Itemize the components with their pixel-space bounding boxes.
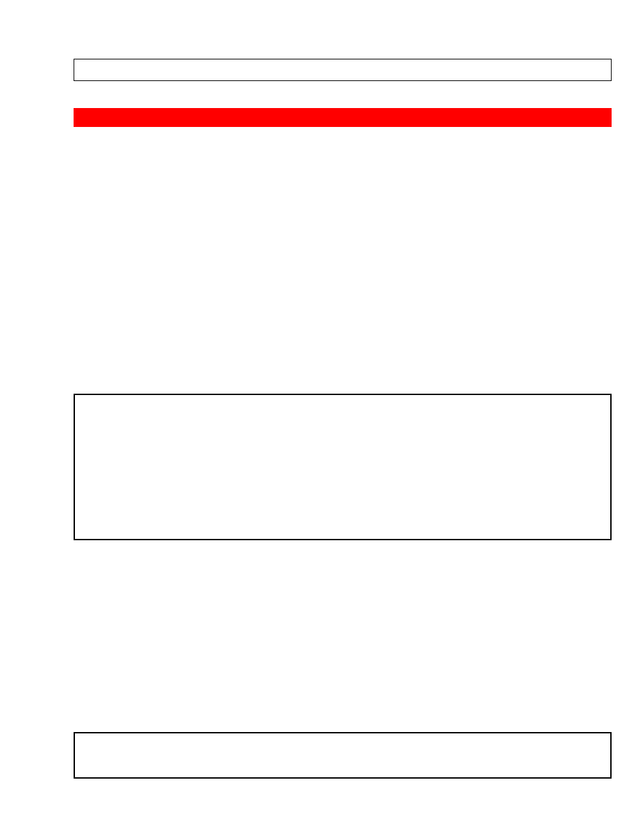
- document-page: [0, 0, 644, 834]
- outlined-box-middle: [74, 394, 612, 540]
- red-bar: [74, 108, 612, 127]
- outlined-box-top: [74, 59, 612, 81]
- outlined-box-bottom: [74, 732, 612, 779]
